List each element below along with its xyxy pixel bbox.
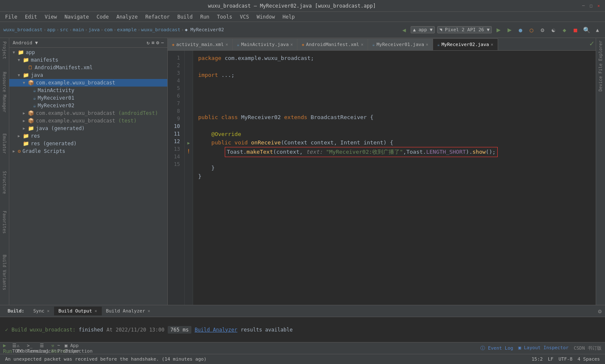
tree-item-res[interactable]: ▶ 📁 res: [9, 132, 167, 140]
breadcrumb-example[interactable]: example: [117, 27, 136, 33]
tree-item-java-generated[interactable]: ▶ 📁 java (generated): [9, 125, 167, 132]
menu-run[interactable]: Run: [197, 13, 213, 21]
tab-build-analyzer[interactable]: Build Analyzer ×: [102, 307, 155, 315]
favorites-label[interactable]: Favorites: [1, 209, 8, 235]
line-num-8: 8: [169, 107, 183, 115]
tree-item-package[interactable]: ▼ 📦 com.example.wuxu_broadcast: [9, 79, 167, 87]
profile-button[interactable]: ◯: [527, 26, 536, 34]
run-bottom-button[interactable]: ▶ Run: [3, 344, 12, 353]
sync-close-icon[interactable]: ×: [47, 309, 49, 313]
menu-edit[interactable]: Edit: [22, 13, 41, 21]
build-output-close-icon[interactable]: ×: [95, 309, 97, 313]
event-log-link[interactable]: ⓘ Event Log: [480, 345, 513, 351]
hide-panel-icon[interactable]: −: [161, 40, 164, 46]
close-button[interactable]: ✕: [596, 3, 602, 9]
breadcrumb-file[interactable]: ◆ MyReceiver02: [185, 27, 224, 33]
tree-item-myreceiver01[interactable]: ☕ MyReceiver01: [9, 94, 167, 102]
tree-item-java[interactable]: ▼ 📁 java: [9, 71, 167, 79]
menu-help[interactable]: Help: [279, 13, 298, 21]
breadcrumb-project[interactable]: wuxu_broadcast: [3, 27, 43, 33]
line-num-3: 3: [169, 69, 183, 77]
menu-window[interactable]: Window: [253, 13, 278, 21]
breadcrumb-src[interactable]: src: [60, 27, 68, 33]
menu-file[interactable]: File: [2, 13, 21, 21]
emulator-label[interactable]: Emulator: [1, 132, 8, 155]
code-content[interactable]: package com.example.wuxu_broadcast; impo…: [193, 51, 596, 305]
collapse-all-icon[interactable]: ≡: [151, 40, 154, 46]
tree-item-test[interactable]: ▶ 📦 com.example.wuxu_broadcast (test): [9, 117, 167, 125]
line-num-13: 13: [169, 145, 183, 153]
android-dropdown[interactable]: Android ▼: [13, 40, 38, 46]
tree-label-myreceiver02: MyReceiver02: [38, 103, 74, 109]
cursor-position[interactable]: 15:2: [531, 356, 543, 362]
menu-build[interactable]: Build: [174, 13, 196, 21]
window-controls[interactable]: ─ □ ✕: [580, 3, 602, 9]
resource-manager-label[interactable]: Resource Manager: [1, 70, 8, 114]
build-variants-label[interactable]: Build Variants: [1, 253, 8, 292]
menu-refactor[interactable]: Refactor: [142, 13, 173, 21]
breadcrumb-wuxu[interactable]: wuxu_broadcast: [141, 27, 180, 33]
tree-item-androidtest[interactable]: ▶ 📦 com.example.wuxu_broadcast (androidT…: [9, 109, 167, 117]
sync-button[interactable]: ▶: [494, 26, 503, 34]
tab-androidmanifest[interactable]: ◈ AndroidManifest.xml ×: [297, 38, 368, 50]
project-settings-icon[interactable]: ⚙: [156, 40, 159, 46]
project-tool-label[interactable]: Project: [1, 40, 8, 61]
structure-label[interactable]: Structure: [1, 169, 8, 196]
tab-close-androidmanifest[interactable]: ×: [361, 42, 363, 47]
terminal-icon[interactable]: ▲: [593, 26, 602, 34]
menu-analyze[interactable]: Analyze: [113, 13, 141, 21]
project-dropdown[interactable]: ▲ app ▼: [411, 26, 434, 33]
device-file-explorer-label[interactable]: Device File Explorer: [597, 38, 604, 94]
tab-myreceiver01[interactable]: ☕ MyReceiver01.java ×: [368, 38, 433, 50]
tab-close-mainactivity[interactable]: ×: [290, 42, 293, 47]
tree-item-manifests[interactable]: ▼ 📁 manifests: [9, 56, 167, 64]
breadcrumb-java[interactable]: java: [88, 27, 100, 33]
minimize-button[interactable]: ─: [580, 3, 586, 9]
settings-icon[interactable]: ⚙: [538, 26, 547, 34]
breadcrumb-com[interactable]: com: [104, 27, 113, 33]
indent-info[interactable]: 4 Spaces: [578, 356, 600, 362]
device-dropdown[interactable]: ◥ Pixel 2 API 26 ▼: [437, 26, 492, 33]
menu-bar: File Edit View Navigate Code Analyze Ref…: [0, 12, 605, 22]
tree-item-mainactivity[interactable]: ☕ MainActivity: [9, 87, 167, 94]
tree-item-res-generated[interactable]: 📁 res (generated): [9, 140, 167, 147]
tab-mainactivity[interactable]: ☕ MainActivity.java ×: [233, 38, 298, 50]
tree-item-myreceiver02[interactable]: ☕ MyReceiver02: [9, 102, 167, 109]
maximize-button[interactable]: □: [588, 3, 594, 9]
tab-build-output[interactable]: Build Output ×: [54, 307, 102, 315]
build-analyzer-close-icon[interactable]: ×: [148, 309, 150, 313]
menu-tools[interactable]: Tools: [214, 13, 236, 21]
tab-close-activity-main[interactable]: ×: [226, 42, 228, 47]
menu-view[interactable]: View: [41, 13, 60, 21]
bottom-panel-settings-icon[interactable]: ⚙: [598, 308, 602, 315]
search-icon[interactable]: 🔍: [582, 26, 591, 34]
layout-inspector-link[interactable]: ▣ Layout Inspector: [518, 345, 569, 351]
menu-vcs[interactable]: VCS: [237, 13, 253, 21]
debug-button[interactable]: ●: [516, 26, 525, 34]
menu-code[interactable]: Code: [93, 13, 112, 21]
breadcrumb-app[interactable]: app: [47, 27, 55, 33]
tab-myreceiver02[interactable]: ☕ MyReceiver02.java ×: [433, 38, 498, 50]
menu-navigate[interactable]: Navigate: [61, 13, 93, 21]
line-ending[interactable]: LF: [548, 356, 553, 362]
build-icon[interactable]: ☯: [549, 26, 558, 34]
app-inspection-button[interactable]: ▣ App Inspection: [74, 344, 83, 353]
tree-item-app[interactable]: ▼ 📁 app: [9, 49, 167, 56]
tab-sync[interactable]: Sync ×: [29, 307, 55, 315]
sync-project-icon[interactable]: ↻: [147, 40, 150, 46]
tree-item-gradle[interactable]: ▶ ⚙ Gradle Scripts: [9, 147, 167, 155]
breadcrumb-main[interactable]: main: [73, 27, 84, 33]
gradle-icon[interactable]: ◆: [560, 26, 569, 34]
build-analyzer-link[interactable]: Build Analyzer: [195, 327, 237, 333]
java-icon-main: ☕: [237, 42, 240, 47]
charset[interactable]: UTF-8: [559, 356, 572, 362]
run-button[interactable]: ▶: [505, 26, 514, 34]
stop-button[interactable]: ■: [571, 26, 580, 34]
tree-item-androidmanifest[interactable]: 🗒 AndroidManifest.xml: [9, 64, 167, 71]
tab-close-myreceiver02[interactable]: ×: [491, 42, 493, 47]
status-bar: An unexpected packet was received before…: [0, 354, 605, 364]
tab-close-myreceiver01[interactable]: ×: [426, 42, 428, 47]
code-line-7: [198, 105, 591, 113]
tab-activity-main[interactable]: ◈ activity_main.xml ×: [168, 38, 233, 50]
navigate-back-icon[interactable]: ◀: [400, 26, 408, 34]
